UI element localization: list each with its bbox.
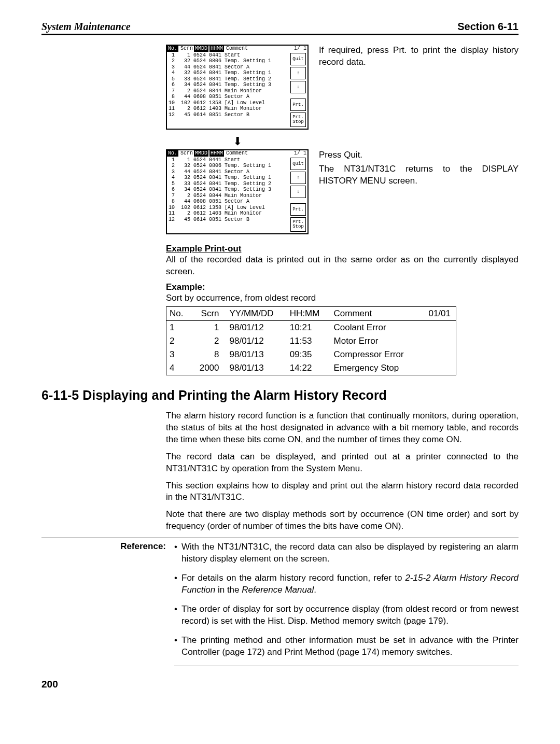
- history-screen-1: No.ScrnMMDDHHMMComment1/ 1 1 1 0524 0441…: [166, 45, 309, 130]
- flow-arrow-down-icon: ⬇: [166, 136, 309, 147]
- reference-list: •With the NT31/NT31C, the record data ca…: [174, 541, 519, 666]
- scroll-down-button[interactable]: ↓: [290, 81, 306, 93]
- screen-rows: 1 1 0524 0441 Start 2 32 0524 0806 Temp.…: [167, 157, 307, 223]
- step-1-text: If required, press Prt. to print the dis…: [309, 45, 519, 68]
- screen-rows: 1 1 0524 0441 Start 2 32 0524 0806 Temp.…: [167, 52, 307, 118]
- print-stop-button[interactable]: Prt. Stop: [290, 113, 306, 127]
- section-heading: 6-11-5 Displaying and Printing the Alarm…: [41, 388, 519, 403]
- scroll-up-button[interactable]: ↑: [290, 67, 306, 79]
- header-right: Section 6-11: [457, 21, 519, 33]
- scroll-down-button[interactable]: ↓: [290, 186, 306, 198]
- list-item: •With the NT31/NT31C, the record data ca…: [174, 541, 519, 565]
- step-2-text-2: The NT31/NT31C returns to the DISPLAY HI…: [319, 163, 519, 187]
- step-2-text-1: Press Quit.: [319, 149, 519, 161]
- quit-button[interactable]: Quit: [290, 158, 306, 170]
- page-number: 200: [41, 679, 519, 690]
- screen-header: No.ScrnMMDDHHMMComment1/ 1: [167, 150, 307, 157]
- reference-label: Reference:: [41, 541, 174, 552]
- table-row: 4200098/01/1314:22Emergency Stop: [166, 361, 456, 375]
- example-sort: Sort by occurrence, from oldest record: [166, 292, 519, 304]
- quit-button[interactable]: Quit: [290, 53, 306, 65]
- section-body: The alarm history record function is a f…: [166, 410, 519, 532]
- table-row: 1198/01/1210:21Coolant Error: [166, 320, 456, 334]
- print-button[interactable]: Prt.: [290, 99, 306, 111]
- scroll-up-button[interactable]: ↑: [290, 172, 306, 184]
- list-item: •The printing method and other informati…: [174, 635, 519, 658]
- example-body: All of the recorded data is printed out …: [166, 254, 519, 278]
- history-screen-2: No.ScrnMMDDHHMMComment1/ 1 1 1 0524 0441…: [166, 149, 309, 234]
- list-item: •The order of display for sort by occurr…: [174, 603, 519, 627]
- printout-table: No. Scrn YY/MM/DD HH:MM Comment 01/01 11…: [166, 306, 456, 375]
- list-item: •For details on the alarm history record…: [174, 572, 519, 596]
- print-button[interactable]: Prt.: [290, 203, 306, 216]
- header-left: System Maintenance: [41, 21, 131, 33]
- print-stop-button[interactable]: Prt. Stop: [290, 217, 306, 232]
- page-header: System Maintenance Section 6-11: [41, 21, 519, 35]
- table-row: 2298/01/1211:53Motor Error: [166, 334, 456, 348]
- table-row: 3898/01/1309:35Compressor Error: [166, 348, 456, 361]
- example-printout-heading: Example Print-out: [166, 244, 519, 254]
- screen-header: No.ScrnMMDDHHMMComment1/ 1: [167, 46, 307, 52]
- example-label: Example:: [166, 282, 519, 292]
